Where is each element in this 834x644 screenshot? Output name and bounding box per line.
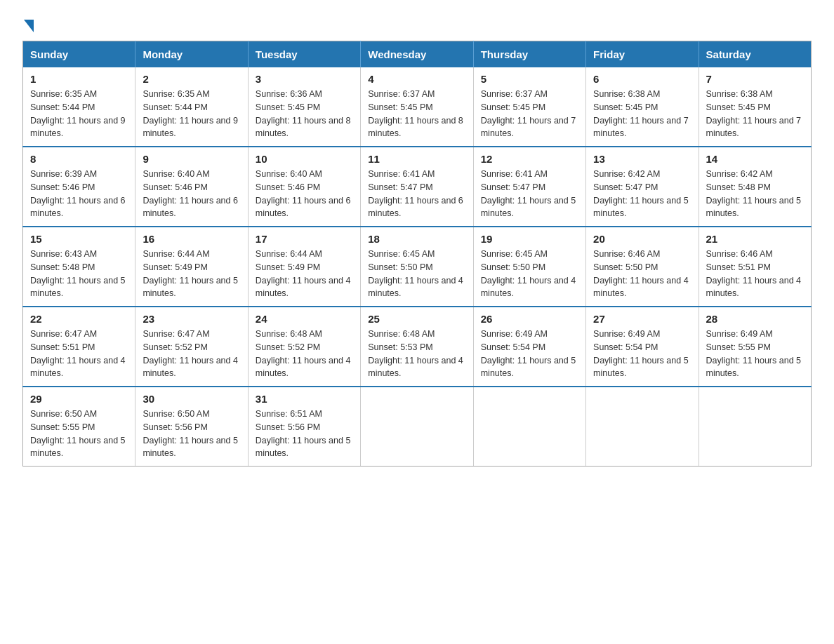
day-info: Sunrise: 6:35 AMSunset: 5:44 PMDaylight:… <box>143 88 240 140</box>
day-info: Sunrise: 6:47 AMSunset: 5:52 PMDaylight:… <box>143 328 240 380</box>
day-of-week-header: Sunday <box>23 41 135 68</box>
day-number: 27 <box>593 313 691 325</box>
day-info: Sunrise: 6:50 AMSunset: 5:55 PMDaylight:… <box>30 408 128 460</box>
day-info: Sunrise: 6:48 AMSunset: 5:53 PMDaylight:… <box>368 328 465 380</box>
day-number: 28 <box>706 313 804 325</box>
calendar-day-cell: 14Sunrise: 6:42 AMSunset: 5:48 PMDayligh… <box>699 147 811 227</box>
calendar-day-cell: 12Sunrise: 6:41 AMSunset: 5:47 PMDayligh… <box>473 147 585 227</box>
day-number: 18 <box>368 233 465 245</box>
day-of-week-header: Thursday <box>473 41 585 68</box>
day-info: Sunrise: 6:44 AMSunset: 5:49 PMDaylight:… <box>143 248 240 300</box>
day-number: 19 <box>481 233 578 245</box>
day-number: 2 <box>143 73 240 85</box>
day-number: 7 <box>706 73 804 85</box>
day-number: 11 <box>368 153 465 165</box>
day-info: Sunrise: 6:49 AMSunset: 5:54 PMDaylight:… <box>481 328 578 380</box>
day-number: 17 <box>256 233 353 245</box>
calendar-header-row: SundayMondayTuesdayWednesdayThursdayFrid… <box>23 41 812 68</box>
day-info: Sunrise: 6:35 AMSunset: 5:44 PMDaylight:… <box>30 88 128 140</box>
day-number: 20 <box>593 233 691 245</box>
page-header <box>22 17 812 29</box>
day-of-week-header: Saturday <box>699 41 811 68</box>
day-of-week-header: Monday <box>135 41 248 68</box>
day-number: 14 <box>706 153 804 165</box>
calendar-week-row: 1Sunrise: 6:35 AMSunset: 5:44 PMDaylight… <box>23 67 812 147</box>
calendar-day-cell: 6Sunrise: 6:38 AMSunset: 5:45 PMDaylight… <box>586 67 699 147</box>
calendar-day-cell: 16Sunrise: 6:44 AMSunset: 5:49 PMDayligh… <box>135 227 248 307</box>
day-info: Sunrise: 6:45 AMSunset: 5:50 PMDaylight:… <box>481 248 578 300</box>
calendar-day-cell: 9Sunrise: 6:40 AMSunset: 5:46 PMDaylight… <box>135 147 248 227</box>
calendar-day-cell: 20Sunrise: 6:46 AMSunset: 5:50 PMDayligh… <box>586 227 699 307</box>
calendar-day-cell <box>586 387 699 467</box>
calendar-day-cell: 31Sunrise: 6:51 AMSunset: 5:56 PMDayligh… <box>248 387 360 467</box>
calendar-day-cell: 17Sunrise: 6:44 AMSunset: 5:49 PMDayligh… <box>248 227 360 307</box>
day-number: 22 <box>30 313 128 325</box>
day-info: Sunrise: 6:37 AMSunset: 5:45 PMDaylight:… <box>481 88 578 140</box>
calendar-day-cell: 28Sunrise: 6:49 AMSunset: 5:55 PMDayligh… <box>699 307 811 387</box>
day-number: 30 <box>143 393 240 405</box>
day-info: Sunrise: 6:46 AMSunset: 5:50 PMDaylight:… <box>593 248 691 300</box>
day-info: Sunrise: 6:40 AMSunset: 5:46 PMDaylight:… <box>256 168 353 220</box>
calendar-day-cell: 4Sunrise: 6:37 AMSunset: 5:45 PMDaylight… <box>361 67 473 147</box>
day-of-week-header: Friday <box>586 41 699 68</box>
day-info: Sunrise: 6:50 AMSunset: 5:56 PMDaylight:… <box>143 408 240 460</box>
calendar-day-cell: 18Sunrise: 6:45 AMSunset: 5:50 PMDayligh… <box>361 227 473 307</box>
day-info: Sunrise: 6:37 AMSunset: 5:45 PMDaylight:… <box>368 88 465 140</box>
day-info: Sunrise: 6:49 AMSunset: 5:55 PMDaylight:… <box>706 328 804 380</box>
calendar-day-cell: 29Sunrise: 6:50 AMSunset: 5:55 PMDayligh… <box>23 387 135 467</box>
calendar-week-row: 29Sunrise: 6:50 AMSunset: 5:55 PMDayligh… <box>23 387 812 467</box>
day-number: 9 <box>143 153 240 165</box>
day-info: Sunrise: 6:40 AMSunset: 5:46 PMDaylight:… <box>143 168 240 220</box>
calendar-week-row: 8Sunrise: 6:39 AMSunset: 5:46 PMDaylight… <box>23 147 812 227</box>
day-number: 15 <box>30 233 128 245</box>
day-info: Sunrise: 6:36 AMSunset: 5:45 PMDaylight:… <box>256 88 353 140</box>
day-info: Sunrise: 6:46 AMSunset: 5:51 PMDaylight:… <box>706 248 804 300</box>
calendar-week-row: 22Sunrise: 6:47 AMSunset: 5:51 PMDayligh… <box>23 307 812 387</box>
day-number: 4 <box>368 73 465 85</box>
calendar-day-cell: 24Sunrise: 6:48 AMSunset: 5:52 PMDayligh… <box>248 307 360 387</box>
calendar-day-cell: 11Sunrise: 6:41 AMSunset: 5:47 PMDayligh… <box>361 147 473 227</box>
calendar-day-cell: 26Sunrise: 6:49 AMSunset: 5:54 PMDayligh… <box>473 307 585 387</box>
day-info: Sunrise: 6:47 AMSunset: 5:51 PMDaylight:… <box>30 328 128 380</box>
logo-triangle-icon <box>24 20 34 32</box>
day-number: 13 <box>593 153 691 165</box>
calendar-day-cell: 19Sunrise: 6:45 AMSunset: 5:50 PMDayligh… <box>473 227 585 307</box>
calendar-day-cell: 30Sunrise: 6:50 AMSunset: 5:56 PMDayligh… <box>135 387 248 467</box>
day-info: Sunrise: 6:44 AMSunset: 5:49 PMDaylight:… <box>256 248 353 300</box>
day-number: 21 <box>706 233 804 245</box>
calendar-day-cell: 23Sunrise: 6:47 AMSunset: 5:52 PMDayligh… <box>135 307 248 387</box>
logo <box>22 17 34 29</box>
day-info: Sunrise: 6:42 AMSunset: 5:48 PMDaylight:… <box>706 168 804 220</box>
day-info: Sunrise: 6:49 AMSunset: 5:54 PMDaylight:… <box>593 328 691 380</box>
calendar-day-cell: 21Sunrise: 6:46 AMSunset: 5:51 PMDayligh… <box>699 227 811 307</box>
day-of-week-header: Tuesday <box>248 41 360 68</box>
calendar-day-cell: 3Sunrise: 6:36 AMSunset: 5:45 PMDaylight… <box>248 67 360 147</box>
day-info: Sunrise: 6:41 AMSunset: 5:47 PMDaylight:… <box>368 168 465 220</box>
calendar-table: SundayMondayTuesdayWednesdayThursdayFrid… <box>22 41 812 467</box>
day-number: 3 <box>256 73 353 85</box>
day-number: 5 <box>481 73 578 85</box>
calendar-day-cell <box>699 387 811 467</box>
day-number: 26 <box>481 313 578 325</box>
calendar-day-cell: 7Sunrise: 6:38 AMSunset: 5:45 PMDaylight… <box>699 67 811 147</box>
day-number: 10 <box>256 153 353 165</box>
day-number: 31 <box>256 393 353 405</box>
day-of-week-header: Wednesday <box>361 41 473 68</box>
day-number: 25 <box>368 313 465 325</box>
calendar-day-cell <box>361 387 473 467</box>
calendar-day-cell: 27Sunrise: 6:49 AMSunset: 5:54 PMDayligh… <box>586 307 699 387</box>
day-number: 12 <box>481 153 578 165</box>
day-number: 29 <box>30 393 128 405</box>
day-info: Sunrise: 6:51 AMSunset: 5:56 PMDaylight:… <box>256 408 353 460</box>
day-info: Sunrise: 6:48 AMSunset: 5:52 PMDaylight:… <box>256 328 353 380</box>
day-number: 1 <box>30 73 128 85</box>
calendar-day-cell: 1Sunrise: 6:35 AMSunset: 5:44 PMDaylight… <box>23 67 135 147</box>
day-number: 6 <box>593 73 691 85</box>
day-number: 16 <box>143 233 240 245</box>
day-number: 24 <box>256 313 353 325</box>
day-info: Sunrise: 6:38 AMSunset: 5:45 PMDaylight:… <box>706 88 804 140</box>
calendar-day-cell: 10Sunrise: 6:40 AMSunset: 5:46 PMDayligh… <box>248 147 360 227</box>
calendar-day-cell: 2Sunrise: 6:35 AMSunset: 5:44 PMDaylight… <box>135 67 248 147</box>
calendar-day-cell: 25Sunrise: 6:48 AMSunset: 5:53 PMDayligh… <box>361 307 473 387</box>
day-info: Sunrise: 6:38 AMSunset: 5:45 PMDaylight:… <box>593 88 691 140</box>
